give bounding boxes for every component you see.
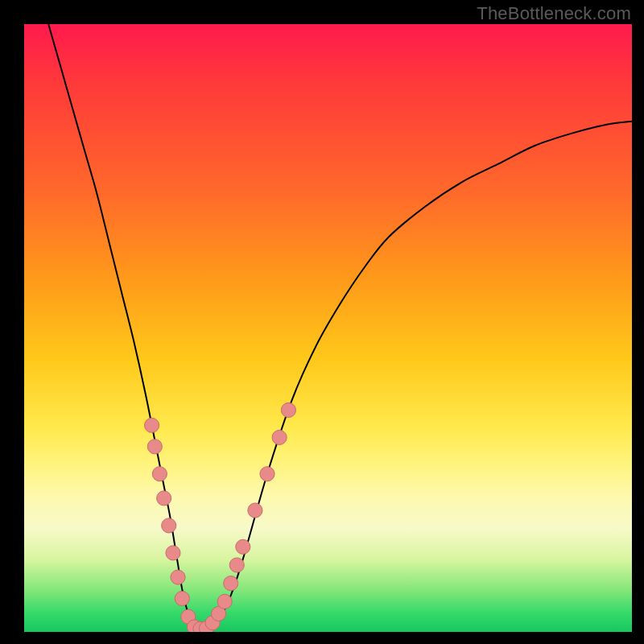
data-marker [162, 518, 176, 533]
bottleneck-curve [48, 24, 632, 630]
data-marker [229, 558, 244, 572]
data-marker [281, 402, 295, 417]
data-marker [171, 570, 185, 584]
data-marker [175, 591, 189, 605]
data-marker [166, 546, 180, 560]
data-marker [248, 503, 262, 518]
data-marker [272, 430, 287, 444]
data-marker [217, 594, 232, 609]
data-marker [224, 576, 238, 591]
plot-area [24, 24, 632, 632]
watermark-text: TheBottleneck.com [477, 3, 631, 24]
data-marker [144, 418, 159, 432]
chart-frame: TheBottleneck.com [0, 0, 644, 644]
data-marker [260, 467, 275, 481]
data-marker [236, 539, 250, 554]
data-marker [157, 491, 171, 506]
data-marker [152, 467, 167, 481]
chart-svg [24, 24, 632, 632]
data-marker [147, 440, 162, 454]
data-markers [144, 402, 295, 632]
